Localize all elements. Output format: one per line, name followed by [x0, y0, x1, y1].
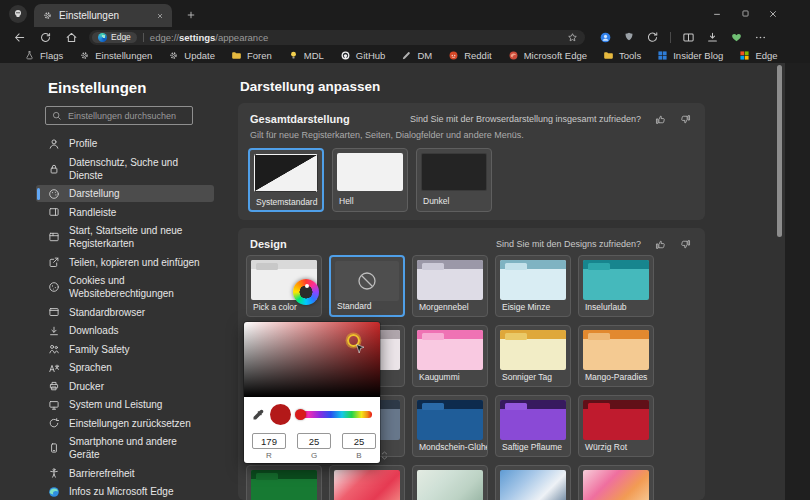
sidebar-item-einstellungen-zurücksetzen[interactable]: Einstellungen zurücksetzen [36, 415, 214, 432]
design-theme-sonniger-tag[interactable]: Sonniger Tag [495, 325, 571, 387]
bookmark-update[interactable]: Update [168, 50, 215, 61]
color-gradient-field[interactable] [244, 322, 380, 397]
settings-search-box[interactable] [45, 106, 193, 125]
address-bar[interactable]: Edge edge://settings/appearance [89, 30, 585, 45]
bookmark-github[interactable]: GitHub [340, 50, 386, 61]
sidebar-item-label: Family Safety [69, 343, 130, 356]
bookmark-einstellungen[interactable]: Einstellungen [79, 50, 152, 61]
home-icon[interactable] [65, 31, 78, 44]
design-theme-pick-a-color[interactable]: Pick a color [246, 255, 322, 317]
favorite-star-icon[interactable] [567, 32, 578, 43]
design-theme-kaugummi[interactable]: Kaugummi [412, 325, 488, 387]
tab-close-icon[interactable] [156, 12, 164, 20]
bookmark-mdl[interactable]: MDL [288, 50, 324, 61]
sidebar-item-system-und-leistung[interactable]: System und Leistung [36, 396, 214, 413]
sidebar-item-barrierefreiheit[interactable]: Barrierefreiheit [36, 465, 214, 482]
rotate-icon[interactable] [646, 31, 659, 44]
page-scrollbar[interactable] [777, 65, 782, 237]
url-host: settings [179, 32, 215, 43]
download-icon [48, 325, 60, 337]
design-theme-saftige-pflaume[interactable]: Saftige Pflaume [495, 395, 571, 457]
hue-slider-knob[interactable] [295, 409, 306, 420]
minimize-button[interactable] [703, 0, 731, 27]
color-picker-popup: R G B [244, 322, 380, 463]
cookie-icon [48, 281, 60, 293]
blue-value-input[interactable] [342, 433, 376, 449]
profile-badge-icon[interactable] [599, 31, 612, 44]
design-theme-eisige-minze[interactable]: Eisige Minze [495, 255, 571, 317]
design-theme-tile-17[interactable] [412, 465, 488, 500]
shield-icon[interactable] [623, 31, 635, 43]
bookmark-dm[interactable]: DM [401, 50, 432, 61]
color-mode-spinner-icon[interactable] [381, 451, 388, 460]
sidebar-item-label: Einstellungen zurücksetzen [69, 417, 191, 430]
bookmark-tools[interactable]: Tools [603, 50, 641, 61]
bookmark-reddit[interactable]: Reddit [448, 50, 491, 61]
url-text[interactable]: edge://settings/appearance [150, 32, 268, 43]
split-screen-icon[interactable] [682, 31, 695, 44]
search-input[interactable] [68, 111, 183, 121]
sidebar-item-cookies-und-websiteberechtigungen[interactable]: Cookies und Websiteberechtigungen [36, 272, 214, 302]
sidebar-item-infos-zu-microsoft-edge[interactable]: Infos zu Microsoft Edge [36, 483, 214, 500]
green-value-input[interactable] [297, 433, 331, 449]
site-chip[interactable]: Edge [92, 32, 137, 43]
eyedropper-icon[interactable] [252, 409, 264, 421]
bookmark-flags[interactable]: Flags [24, 50, 63, 61]
bookmark-foren[interactable]: Foren [231, 50, 272, 61]
red-channel-label: R [252, 451, 286, 460]
site-chip-label: Edge [111, 32, 131, 42]
thumbs-up-icon[interactable] [655, 114, 666, 125]
sidebar-item-smartphone-und-andere-geräte[interactable]: Smartphone und andere Geräte [36, 433, 214, 463]
bookmark-label: Update [184, 50, 215, 61]
settings-menu-icon[interactable] [754, 31, 767, 44]
bookmark-insider-blog[interactable]: Insider Blog [657, 50, 723, 61]
bookmark-edge[interactable]: Edge [739, 50, 777, 61]
design-theme-tile-16[interactable] [329, 465, 405, 500]
sidebar-item-profile[interactable]: Profile [36, 135, 214, 152]
sidebar-item-darstellung[interactable]: Darstellung [36, 185, 214, 202]
maximize-button[interactable] [731, 0, 759, 27]
person-icon [48, 138, 60, 150]
sidebar-item-standardbrowser[interactable]: Standardbrowser [36, 304, 214, 321]
sidebar-item-downloads[interactable]: Downloads [36, 322, 214, 339]
browser-tab-einstellungen[interactable]: Einstellungen [34, 4, 172, 27]
sidebar-item-datenschutz-suche-und-dienste[interactable]: Datenschutz, Suche und Dienste [36, 154, 214, 184]
design-theme-tile-18[interactable] [495, 465, 571, 500]
sidebar-item-family-safety[interactable]: Family Safety [36, 341, 214, 358]
profile-avatar-icon[interactable] [9, 5, 27, 23]
design-theme-tile-15[interactable] [246, 465, 322, 500]
sidebar-item-teilen-kopieren-und-einfügen[interactable]: Teilen, kopieren und einfügen [36, 254, 214, 271]
sidebar-item-randleiste[interactable]: Randleiste [36, 204, 214, 221]
section-gesamtdarstellung: Gesamtdarstellung Sind Sie mit der Brows… [238, 103, 705, 220]
design-theme-standard[interactable]: Standard [329, 255, 405, 317]
design-theme-mondschein-glühen[interactable]: Mondschein-Glühen [412, 395, 488, 457]
none-slash-icon [356, 270, 378, 292]
bookmark-microsoft-edge[interactable]: Microsoft Edge [508, 50, 587, 61]
design-theme-morgennebel[interactable]: Morgennebel [412, 255, 488, 317]
theme-option-systemstandard[interactable]: Systemstandard [248, 148, 324, 212]
theme-option-hell[interactable]: Hell [332, 148, 408, 212]
refresh-icon[interactable] [39, 31, 52, 44]
design-theme-inselurlaub[interactable]: Inselurlaub [578, 255, 654, 317]
hue-slider[interactable] [297, 411, 372, 418]
sidebar-item-drucker[interactable]: Drucker [36, 378, 214, 395]
theme-option-dunkel[interactable]: Dunkel [416, 148, 492, 212]
browser-icon [48, 306, 60, 318]
theme-preview [421, 153, 487, 191]
sidebar-item-sprachen[interactable]: Sprachen [36, 359, 214, 376]
downloads-icon[interactable] [706, 31, 719, 44]
close-button[interactable] [759, 0, 787, 27]
design-theme-würzig-rot[interactable]: Würzig Rot [578, 395, 654, 457]
essentials-heart-icon[interactable] [730, 31, 743, 44]
sidebar-item-start-startseite-und-neue-registerkarten[interactable]: Start, Startseite und neue Registerkarte… [36, 222, 214, 252]
design-theme-tile-19[interactable] [578, 465, 654, 500]
thumbs-down-icon[interactable] [680, 114, 691, 125]
design-theme-mango-paradies[interactable]: Mango-Paradies [578, 325, 654, 387]
thumbs-down-icon[interactable] [680, 239, 691, 250]
pencil-icon [401, 50, 412, 61]
bookmark-label: Foren [247, 50, 272, 61]
thumbs-up-icon[interactable] [655, 239, 666, 250]
back-icon[interactable] [13, 31, 26, 44]
new-tab-button[interactable] [181, 6, 201, 24]
red-value-input[interactable] [252, 433, 286, 449]
